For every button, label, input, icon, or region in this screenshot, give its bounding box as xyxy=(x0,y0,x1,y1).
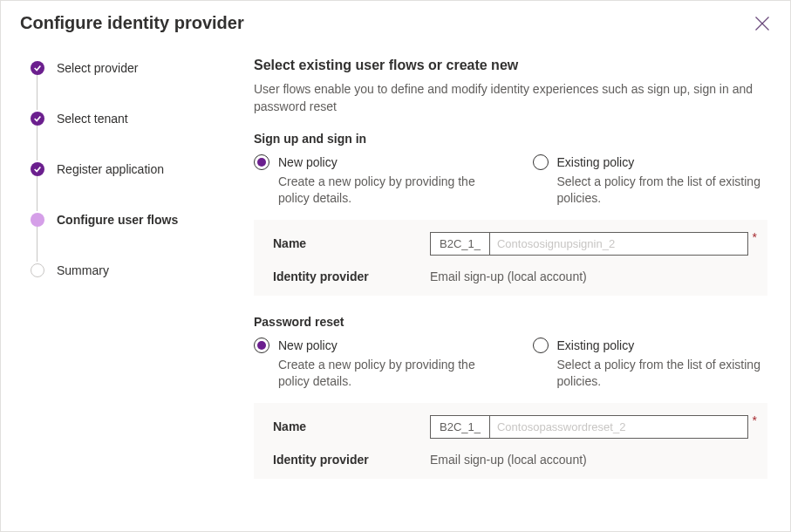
radio-new-policy[interactable]: New policy xyxy=(254,338,489,353)
required-indicator: * xyxy=(753,230,757,244)
choice-new-policy: New policy Create a new policy by provid… xyxy=(254,338,489,391)
page-title: Select existing user flows or create new xyxy=(254,58,767,73)
step-select-tenant[interactable]: Select tenant xyxy=(31,108,245,129)
panel-body: Select provider Select tenant Register a… xyxy=(1,42,790,531)
policy-name-input[interactable] xyxy=(489,232,748,256)
name-field-row: Name B2C_1_ * xyxy=(273,415,748,439)
idp-value: Email sign-up (local account) xyxy=(430,269,587,283)
section-heading-signup-signin: Sign up and sign in xyxy=(254,132,767,146)
radio-icon xyxy=(254,338,269,353)
policy-form: Name B2C_1_ * Identity provider Email si… xyxy=(254,403,767,479)
radio-label: New policy xyxy=(278,155,338,169)
configure-idp-panel: Configure identity provider Select provi… xyxy=(0,0,791,532)
step-label: Register application xyxy=(57,162,164,176)
choice-new-policy: New policy Create a new policy by provid… xyxy=(254,154,489,208)
section-heading-password-reset: Password reset xyxy=(254,315,767,329)
checkmark-icon xyxy=(31,162,44,176)
radio-icon xyxy=(533,338,549,353)
idp-field-row: Identity provider Email sign-up (local a… xyxy=(273,269,748,283)
choice-desc: Select a policy from the list of existin… xyxy=(557,174,768,208)
step-label: Select tenant xyxy=(57,112,128,126)
required-indicator: * xyxy=(753,413,757,427)
step-label: Select provider xyxy=(57,61,138,75)
policy-form: Name B2C_1_ * Identity provider Email si… xyxy=(254,220,767,296)
active-step-icon xyxy=(31,213,44,227)
name-field-row: Name B2C_1_ * xyxy=(273,232,748,256)
choice-existing-policy: Existing policy Select a policy from the… xyxy=(533,154,768,208)
idp-value: Email sign-up (local account) xyxy=(430,453,587,467)
choice-desc: Select a policy from the list of existin… xyxy=(557,357,768,391)
panel-header: Configure identity provider xyxy=(1,1,790,42)
wizard-sidebar: Select provider Select tenant Register a… xyxy=(1,42,254,531)
step-configure-user-flows[interactable]: Configure user flows xyxy=(31,209,245,230)
radio-icon xyxy=(254,154,269,170)
step-select-provider[interactable]: Select provider xyxy=(31,58,245,78)
panel-title: Configure identity provider xyxy=(20,13,244,33)
page-subtitle: User flows enable you to define and modi… xyxy=(254,80,767,116)
radio-existing-policy[interactable]: Existing policy xyxy=(533,154,768,170)
name-prefix: B2C_1_ xyxy=(430,415,489,439)
main-content: Select existing user flows or create new… xyxy=(254,42,790,531)
step-label: Summary xyxy=(57,263,109,277)
step-summary[interactable]: Summary xyxy=(31,260,245,281)
choice-desc: Create a new policy by providing the pol… xyxy=(278,357,489,391)
radio-label: Existing policy xyxy=(557,338,635,352)
idp-label: Identity provider xyxy=(273,453,430,467)
policy-choice-group: New policy Create a new policy by provid… xyxy=(254,338,767,391)
radio-icon xyxy=(533,154,549,170)
close-button[interactable] xyxy=(753,15,771,32)
name-prefix: B2C_1_ xyxy=(430,232,489,256)
name-input-wrap: B2C_1_ * xyxy=(430,232,748,256)
name-label: Name xyxy=(273,236,430,250)
radio-existing-policy[interactable]: Existing policy xyxy=(533,338,768,353)
name-input-wrap: B2C_1_ * xyxy=(430,415,748,439)
idp-label: Identity provider xyxy=(273,269,430,283)
step-register-application[interactable]: Register application xyxy=(31,159,245,180)
close-icon xyxy=(753,15,771,32)
radio-label: Existing policy xyxy=(557,155,635,169)
radio-new-policy[interactable]: New policy xyxy=(254,154,489,170)
choice-existing-policy: Existing policy Select a policy from the… xyxy=(533,338,768,391)
idp-field-row: Identity provider Email sign-up (local a… xyxy=(273,453,748,467)
wizard-steps: Select provider Select tenant Register a… xyxy=(31,58,245,281)
policy-name-input[interactable] xyxy=(489,415,748,439)
pending-step-icon xyxy=(31,263,44,277)
radio-label: New policy xyxy=(278,338,338,352)
name-label: Name xyxy=(273,419,430,433)
step-label: Configure user flows xyxy=(57,213,178,227)
checkmark-icon xyxy=(31,61,44,75)
choice-desc: Create a new policy by providing the pol… xyxy=(278,174,489,208)
checkmark-icon xyxy=(31,112,44,126)
policy-choice-group: New policy Create a new policy by provid… xyxy=(254,154,767,208)
